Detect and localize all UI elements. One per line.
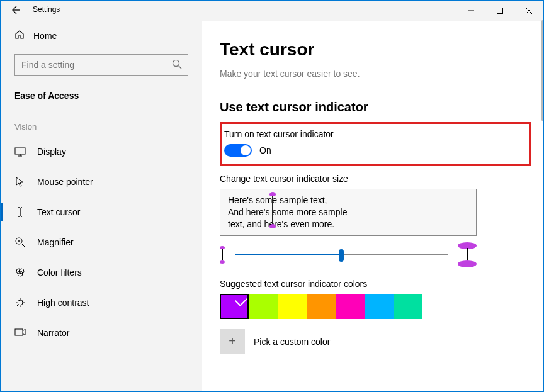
color-swatch[interactable] (278, 294, 307, 319)
sidebar-item-label: Text cursor (37, 207, 80, 217)
settings-window: Settings Home Ease of Access Vis (0, 0, 544, 392)
search-input[interactable] (14, 54, 188, 76)
indicator-toggle[interactable] (224, 144, 252, 157)
svg-point-7 (18, 300, 23, 305)
section-heading-indicator: Use text cursor indicator (220, 100, 531, 115)
svg-rect-8 (15, 329, 23, 335)
color-swatch[interactable] (307, 294, 336, 319)
sidebar-item-label: Display (37, 147, 66, 157)
slider-max-icon (458, 242, 477, 267)
sidebar-item-color-filters[interactable]: Color filters (1, 257, 202, 288)
section-title: Ease of Access (1, 87, 202, 115)
sidebar-item-text-cursor[interactable]: Text cursor (1, 197, 202, 227)
page-subtitle: Make your text cursor easier to see. (220, 69, 531, 79)
slider-min-icon (220, 246, 225, 264)
color-swatch[interactable] (394, 294, 422, 319)
sidebar-item-high-contrast[interactable]: High contrast (1, 288, 202, 318)
mouse-pointer-icon (14, 176, 26, 188)
color-swatches (220, 294, 531, 319)
maximize-button[interactable] (485, 1, 514, 21)
minimize-button[interactable] (456, 1, 485, 21)
color-swatch[interactable] (220, 294, 249, 319)
sidebar-item-label: Magnifier (37, 237, 74, 247)
home-label: Home (33, 31, 57, 41)
svg-rect-2 (15, 148, 25, 154)
close-button[interactable] (514, 1, 543, 21)
size-label: Change text cursor indicator size (220, 174, 531, 184)
colors-label: Suggested text cursor indicator colors (220, 279, 531, 289)
sidebar: Home Ease of Access Vision Display Mouse… (1, 21, 202, 391)
sidebar-item-display[interactable]: Display (1, 137, 202, 167)
home-icon (14, 30, 25, 42)
search-wrap (14, 54, 188, 76)
narrator-icon (14, 327, 26, 339)
toggle-state: On (259, 145, 271, 155)
sidebar-item-mouse-pointer[interactable]: Mouse pointer (1, 167, 202, 197)
preview-line: Here's some sample text, (228, 194, 468, 206)
display-icon (14, 146, 26, 157)
home-link[interactable]: Home (1, 21, 202, 50)
custom-color-label: Pick a custom color (254, 337, 330, 347)
preview-line: text, and here's even more. (228, 218, 468, 230)
text-cursor-icon (14, 206, 26, 218)
toggle-label: Turn on text cursor indicator (224, 129, 524, 139)
custom-color-row: + Pick a custom color (220, 329, 531, 354)
plus-icon: + (229, 334, 236, 349)
sidebar-item-label: Mouse pointer (37, 177, 93, 187)
size-slider[interactable] (235, 247, 448, 262)
color-swatch[interactable] (365, 294, 394, 319)
sidebar-item-label: Color filters (37, 267, 82, 277)
titlebar: Settings (1, 1, 543, 21)
sidebar-item-label: High contrast (37, 298, 89, 308)
svg-point-1 (173, 60, 179, 67)
svg-rect-0 (497, 8, 503, 14)
pick-custom-color-button[interactable]: + (220, 329, 245, 354)
search-icon (172, 59, 182, 72)
color-swatch[interactable] (249, 294, 278, 319)
sidebar-item-magnifier[interactable]: Magnifier (1, 227, 202, 257)
page-title: Text cursor (220, 40, 531, 60)
color-filters-icon (14, 267, 26, 278)
preview-line: And here's some more sample (228, 206, 468, 218)
high-contrast-icon (14, 297, 26, 308)
main-content: Text cursor Make your text cursor easier… (202, 21, 543, 391)
highlight-annotation: Turn on text cursor indicator On (220, 122, 531, 166)
magnifier-icon (14, 237, 26, 248)
window-title: Settings (33, 5, 60, 14)
scrollbar-thumb[interactable] (541, 20, 543, 121)
sidebar-item-label: Narrator (37, 328, 69, 338)
color-swatch[interactable] (336, 294, 365, 319)
group-label: Vision (1, 115, 202, 137)
preview-box: Here's some sample text, And here's some… (220, 189, 477, 236)
sidebar-item-narrator[interactable]: Narrator (1, 318, 202, 348)
body: Home Ease of Access Vision Display Mouse… (1, 21, 543, 391)
back-icon[interactable] (10, 5, 20, 18)
size-slider-row (220, 242, 477, 267)
